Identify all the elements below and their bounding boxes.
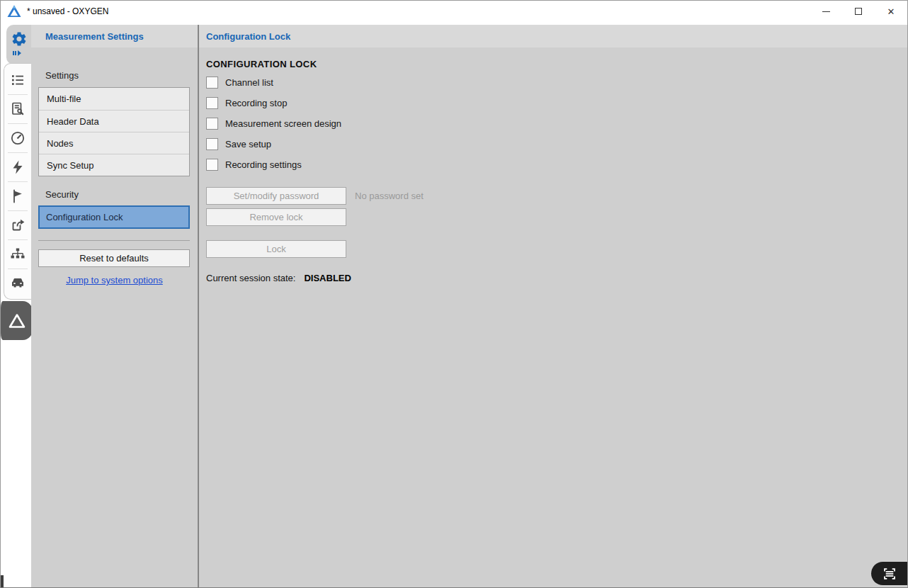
recording-stop-checkbox[interactable] (206, 97, 218, 109)
sidebar-item-network[interactable] (4, 239, 31, 268)
set-modify-password-button[interactable]: Set/modify password (206, 187, 346, 205)
measure-mode-icon (13, 50, 21, 56)
car-icon (9, 275, 26, 292)
settings-item-nodes[interactable]: Nodes (39, 132, 189, 154)
checkbox-label: Channel list (225, 77, 273, 88)
settings-item-configuration-lock[interactable]: Configuration Lock (38, 205, 190, 229)
sidebar-item-power[interactable] (4, 152, 31, 181)
sidebar-item-measurement[interactable] (4, 123, 31, 152)
checkbox-label: Measurement screen design (225, 118, 341, 129)
sidebar-item-vehicle[interactable] (4, 268, 31, 298)
checkbox-label: Recording stop (225, 98, 287, 108)
checkbox-row-recording-stop[interactable]: Recording stop (206, 96, 287, 110)
app-window: * unsaved - OXYGEN ✕ (0, 0, 908, 588)
window-controls: ✕ (810, 1, 907, 22)
settings-item-header-data[interactable]: Header Data (39, 110, 189, 132)
maximize-button[interactable] (842, 1, 875, 22)
sidebar-item-export[interactable] (4, 210, 31, 239)
recording-settings-checkbox[interactable] (206, 159, 218, 171)
settings-group-label: Settings (45, 70, 79, 81)
sidebar-item-report[interactable] (4, 94, 31, 123)
save-setup-checkbox[interactable] (206, 138, 218, 150)
jump-to-system-options-link[interactable]: Jump to system options (31, 275, 198, 285)
gauge-icon (9, 130, 26, 147)
gear-icon (11, 30, 28, 47)
window-title: * unsaved - OXYGEN (27, 6, 108, 16)
oxygen-logo-icon (7, 5, 21, 18)
sidebar-item-channel-list[interactable] (4, 65, 31, 94)
measurement-screen-design-checkbox[interactable] (206, 118, 218, 130)
left-panel-header: Measurement Settings (31, 25, 198, 47)
corner-mark (1, 575, 4, 587)
left-panel-title: Measurement Settings (45, 31, 144, 42)
report-icon (9, 101, 26, 118)
dewetron-logo-icon (8, 312, 26, 329)
checkbox-row-save-setup[interactable]: Save setup (206, 137, 271, 151)
sitemap-icon (9, 246, 26, 263)
flag-icon (9, 188, 26, 205)
sidebar-item-events[interactable] (4, 181, 31, 210)
checkbox-label: Save setup (225, 139, 271, 149)
sidebar-item-settings[interactable] (6, 25, 31, 64)
left-panel-separator (38, 240, 190, 241)
checkbox-row-measurement-screen-design[interactable]: Measurement screen design (206, 116, 341, 130)
checkbox-row-recording-settings[interactable]: Recording settings (206, 157, 302, 171)
channel-list-toggle-icon (882, 566, 897, 582)
settings-item-sync-setup[interactable]: Sync Setup (39, 154, 189, 176)
settings-list: Multi-file Header Data Nodes Sync Setup (38, 87, 190, 176)
section-title: CONFIGURATION LOCK (206, 59, 317, 69)
session-state-row: Current session state: DISABLED (206, 273, 351, 283)
channel-list-checkbox[interactable] (206, 77, 218, 89)
reset-to-defaults-button[interactable]: Reset to defaults (38, 249, 190, 267)
settings-item-multi-file[interactable]: Multi-file (39, 88, 189, 110)
sidebar (1, 22, 31, 587)
no-password-set-text: No password set (355, 191, 424, 201)
bolt-icon (9, 159, 26, 176)
checkbox-label: Recording settings (225, 159, 302, 170)
lock-button[interactable]: Lock (206, 240, 346, 258)
maximize-icon (855, 8, 862, 15)
export-icon (9, 217, 26, 234)
close-button[interactable]: ✕ (875, 1, 907, 22)
minimize-icon (822, 11, 830, 12)
checkbox-row-channel-list[interactable]: Channel list (206, 75, 273, 89)
channel-list-toggle-button[interactable] (871, 562, 907, 585)
configuration-lock-panel: CONFIGURATION LOCK Channel list Recordin… (199, 25, 907, 587)
session-state-value: DISABLED (304, 273, 351, 283)
close-icon: ✕ (887, 7, 895, 16)
content-area: Measurement Settings Configuration Lock … (31, 25, 907, 587)
sidebar-icon-stack (4, 63, 31, 300)
security-group-label: Security (45, 189, 79, 200)
session-state-label: Current session state: (206, 273, 295, 283)
minimize-button[interactable] (810, 1, 842, 22)
list-icon (9, 72, 26, 89)
sidebar-item-dewetron[interactable] (1, 301, 33, 340)
title-bar: * unsaved - OXYGEN ✕ (1, 1, 907, 22)
remove-lock-button[interactable]: Remove lock (206, 208, 346, 226)
